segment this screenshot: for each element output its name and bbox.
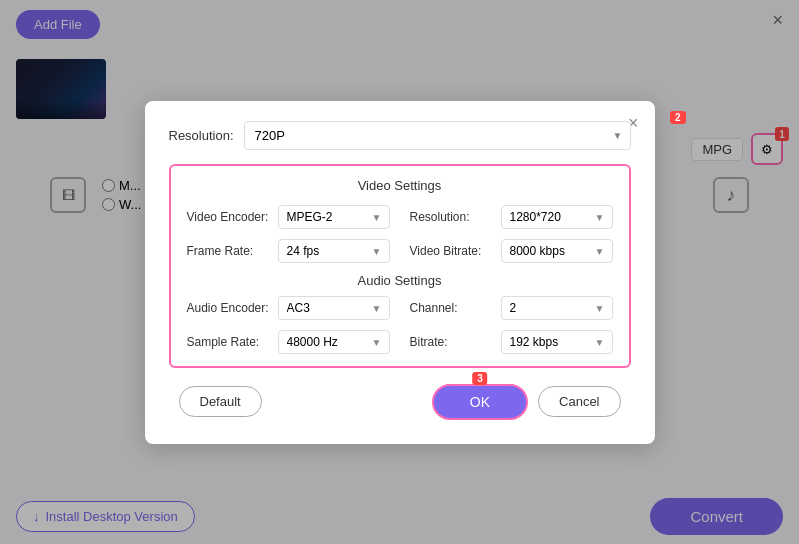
resolution2-select-wrap: 1280*720 1920*1080 ▼	[501, 205, 613, 229]
step-number-2: 2	[670, 111, 686, 124]
resolution-label: Resolution:	[169, 128, 234, 143]
bitrate-select-wrap: 192 kbps 128 kbps 256 kbps ▼	[501, 330, 613, 354]
video-encoder-row: Video Encoder: MPEG-2 H.264 H.265 ▼	[187, 205, 390, 229]
video-bitrate-select-wrap: 8000 kbps 6000 kbps ▼	[501, 239, 613, 263]
resolution2-row: Resolution: 1280*720 1920*1080 ▼	[410, 205, 613, 229]
audio-encoder-select[interactable]: AC3 AAC MP3	[278, 296, 390, 320]
sample-rate-row: Sample Rate: 48000 Hz 44100 Hz ▼	[187, 330, 390, 354]
channel-select-wrap: 2 1 6 ▼	[501, 296, 613, 320]
sample-rate-label: Sample Rate:	[187, 335, 272, 349]
video-encoder-select-wrap: MPEG-2 H.264 H.265 ▼	[278, 205, 390, 229]
bitrate-label: Bitrate:	[410, 335, 495, 349]
bitrate-select[interactable]: 192 kbps 128 kbps 256 kbps	[501, 330, 613, 354]
resolution-select[interactable]: 720P 1080P 480P	[244, 121, 631, 150]
ok-button[interactable]: OK	[432, 384, 528, 420]
modal-overlay: × Resolution: 720P 1080P 480P ▼ 2 Video …	[0, 0, 799, 544]
modal-buttons: Default OK 3 Cancel	[169, 384, 631, 420]
sample-rate-select-wrap: 48000 Hz 44100 Hz ▼	[278, 330, 390, 354]
channel-row: Channel: 2 1 6 ▼	[410, 296, 613, 320]
video-encoder-label: Video Encoder:	[187, 210, 272, 224]
audio-encoder-select-wrap: AC3 AAC MP3 ▼	[278, 296, 390, 320]
audio-settings-grid: Audio Encoder: AC3 AAC MP3 ▼ Channel:	[187, 296, 613, 354]
audio-encoder-row: Audio Encoder: AC3 AAC MP3 ▼	[187, 296, 390, 320]
video-bitrate-label: Video Bitrate:	[410, 244, 495, 258]
settings-box: Video Settings Video Encoder: MPEG-2 H.2…	[169, 164, 631, 368]
frame-rate-label: Frame Rate:	[187, 244, 272, 258]
frame-rate-select-wrap: 24 fps 25 fps 30 fps ▼	[278, 239, 390, 263]
cancel-button[interactable]: Cancel	[538, 386, 620, 417]
default-button[interactable]: Default	[179, 386, 262, 417]
video-settings-grid: Video Encoder: MPEG-2 H.264 H.265 ▼ Reso…	[187, 205, 613, 263]
button-group-right: OK 3 Cancel	[432, 384, 621, 420]
channel-label: Channel:	[410, 301, 495, 315]
app-background: Add File × MPG ⚙ 1 🎞 M... W...	[0, 0, 799, 544]
settings-modal: × Resolution: 720P 1080P 480P ▼ 2 Video …	[145, 101, 655, 444]
frame-rate-row: Frame Rate: 24 fps 25 fps 30 fps ▼	[187, 239, 390, 263]
video-encoder-select[interactable]: MPEG-2 H.264 H.265	[278, 205, 390, 229]
step-number-3: 3	[472, 372, 488, 385]
resolution-row: Resolution: 720P 1080P 480P ▼ 2	[169, 121, 631, 150]
sample-rate-select[interactable]: 48000 Hz 44100 Hz	[278, 330, 390, 354]
resolution2-select[interactable]: 1280*720 1920*1080	[501, 205, 613, 229]
ok-wrap: OK 3	[432, 384, 528, 420]
resolution2-label: Resolution:	[410, 210, 495, 224]
channel-select[interactable]: 2 1 6	[501, 296, 613, 320]
video-settings-title: Video Settings	[187, 178, 613, 193]
video-bitrate-row: Video Bitrate: 8000 kbps 6000 kbps ▼	[410, 239, 613, 263]
audio-settings-title: Audio Settings	[187, 273, 613, 288]
bitrate-row: Bitrate: 192 kbps 128 kbps 256 kbps ▼	[410, 330, 613, 354]
video-bitrate-select[interactable]: 8000 kbps 6000 kbps	[501, 239, 613, 263]
audio-encoder-label: Audio Encoder:	[187, 301, 272, 315]
frame-rate-select[interactable]: 24 fps 25 fps 30 fps	[278, 239, 390, 263]
